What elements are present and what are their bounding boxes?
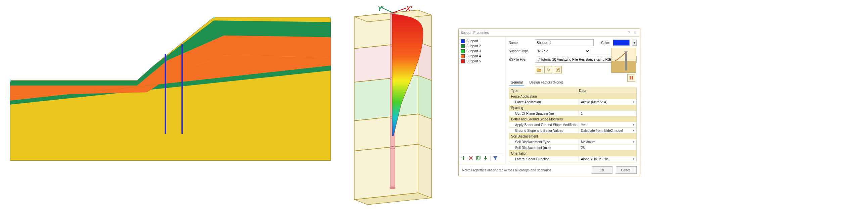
dialog-titlebar[interactable]: Support Properties ? × [459, 29, 640, 37]
tab-design-factors[interactable]: Design Factors (None) [528, 79, 565, 86]
color-picker-arrow[interactable]: ▾ [632, 40, 637, 46]
svg-rect-23 [631, 76, 633, 79]
pile-3d-view: Y' X' [339, 3, 443, 205]
grid-property-name: Batter and Ground Slope Modifiers [509, 116, 577, 122]
grid-section-row: Force Application [509, 94, 636, 99]
edit-file-button[interactable] [554, 66, 562, 73]
grid-property-name: Soil Displacement [509, 134, 577, 139]
support-color-swatch [461, 49, 465, 54]
support-type-label: Support Type: [509, 49, 532, 53]
property-grid: Type Data Force ApplicationForce Applica… [509, 87, 637, 162]
grid-section-row: Spacing [509, 105, 636, 111]
add-support-icon[interactable] [461, 155, 466, 160]
color-picker[interactable] [613, 40, 629, 46]
dropdown-arrow-icon[interactable]: ▼ [632, 158, 635, 160]
svg-point-8 [390, 186, 396, 189]
name-label: Name: [509, 41, 532, 45]
support-list-pane: Support 1Support 2Support 3Support 4Supp… [459, 37, 505, 164]
support-list-label: Support 3 [466, 49, 481, 54]
grid-property-name: Orientation [509, 151, 577, 156]
svg-marker-3 [418, 75, 432, 119]
grid-property-name: Spacing [509, 105, 577, 110]
grid-property-name: Force Application [509, 99, 579, 105]
grid-property-value[interactable]: Active (Method A)▼ [579, 99, 636, 105]
copy-support-icon[interactable] [475, 155, 481, 160]
grid-property-value[interactable]: Calculate from Slide2 model▼ [579, 128, 636, 133]
move-down-icon[interactable] [483, 155, 488, 160]
open-file-button[interactable] [535, 66, 543, 73]
support-list-label: Support 2 [466, 44, 481, 48]
close-button[interactable]: × [632, 31, 638, 35]
support-list-label: Support 5 [466, 59, 481, 63]
svg-rect-15 [476, 157, 479, 160]
model-node [330, 17, 331, 18]
grid-property-name: Lateral Shear Direction [509, 156, 579, 162]
support-editor-pane: Name: Color: ▾ Support Type: RSPile RSPi… [505, 37, 640, 164]
support-list[interactable]: Support 1Support 2Support 3Support 4Supp… [460, 39, 504, 64]
support-list-label: Support 1 [466, 39, 481, 43]
grid-property-name: Force Application [509, 94, 577, 99]
tab-general[interactable]: General [509, 79, 524, 86]
grid-property-value [577, 105, 636, 110]
dropdown-arrow-icon[interactable]: ▼ [632, 129, 635, 132]
cancel-button[interactable]: Cancel [616, 166, 637, 174]
help-button[interactable]: ? [626, 31, 632, 35]
grid-property-name: Apply Batter and Ground Slope Modifiers [509, 122, 579, 128]
preview-action-button[interactable] [627, 74, 635, 81]
grid-property-value[interactable]: Yes▼ [579, 122, 636, 128]
dialog-title: Support Properties [461, 31, 626, 35]
support-color-swatch [461, 44, 465, 48]
support-list-item[interactable]: Support 3 [460, 49, 504, 54]
support-list-label: Support 4 [466, 54, 481, 58]
grid-property-row[interactable]: Out-Of-Plane Spacing (m)1 [509, 111, 636, 116]
support-list-item[interactable]: Support 1 [460, 39, 504, 44]
grid-property-row[interactable]: Lateral Shear DirectionAlong Y' in RSPil… [509, 156, 636, 162]
grid-property-value [577, 151, 636, 156]
pile3d-svg: Y' X' [339, 3, 443, 205]
color-label: Color: [601, 41, 610, 45]
support-list-toolbar [460, 154, 504, 162]
grid-property-value[interactable]: Along Y' in RSPile▼ [579, 156, 636, 162]
grid-header-type: Type [509, 88, 577, 93]
layer-box-5 [354, 144, 418, 200]
svg-marker-5 [418, 144, 432, 198]
axis-label-y: Y' [378, 5, 383, 12]
filter-icon[interactable] [493, 155, 498, 160]
svg-rect-22 [629, 76, 631, 79]
refresh-file-button[interactable]: ↻ [544, 66, 552, 73]
slope-cross-section-view [10, 17, 331, 161]
shared-properties-note: Note: Properties are shared across all g… [462, 168, 552, 172]
support-color-swatch [461, 59, 465, 63]
grid-property-value [577, 134, 636, 139]
grid-property-row[interactable]: Soil Displacement (mm)25 [509, 145, 636, 151]
grid-property-value[interactable]: 1 [579, 111, 636, 116]
grid-property-row[interactable]: Ground Slope and Batter ValuesCalculate … [509, 128, 636, 134]
grid-header-data: Data [577, 88, 636, 93]
grid-property-name: Soil Displacement (mm) [509, 145, 579, 150]
delete-support-icon[interactable] [468, 155, 473, 160]
support-preview [611, 48, 636, 73]
svg-rect-20 [625, 52, 627, 70]
support-color-swatch [461, 39, 465, 43]
grid-property-value[interactable]: Maximum▼ [579, 139, 636, 145]
grid-property-row[interactable]: Force ApplicationActive (Method A)▼ [509, 99, 636, 105]
dropdown-arrow-icon[interactable]: ▼ [632, 123, 635, 127]
dropdown-arrow-icon[interactable]: ▼ [632, 141, 635, 144]
support-list-item[interactable]: Support 4 [460, 54, 504, 59]
grid-property-name: Ground Slope and Batter Values [509, 128, 579, 133]
grid-property-row[interactable]: Soil Displacement TypeMaximum▼ [509, 139, 636, 145]
grid-section-row: Batter and Ground Slope Modifiers [509, 116, 636, 122]
support-list-item[interactable]: Support 2 [460, 44, 504, 49]
name-input[interactable] [535, 39, 594, 46]
dropdown-arrow-icon[interactable]: ▼ [632, 101, 635, 104]
grid-property-name: Out-Of-Plane Spacing (m) [509, 111, 579, 116]
model-node [10, 79, 11, 81]
grid-property-row[interactable]: Apply Batter and Ground Slope ModifiersY… [509, 122, 636, 128]
grid-property-name: Soil Displacement Type [509, 139, 579, 145]
support-list-item[interactable]: Support 5 [460, 59, 504, 64]
grid-property-value[interactable]: 25 [579, 145, 636, 150]
svg-rect-19 [612, 61, 636, 72]
support-type-select[interactable]: RSPile [535, 48, 590, 54]
ok-button[interactable]: OK [592, 166, 613, 174]
axis-label-x: X' [406, 5, 412, 12]
